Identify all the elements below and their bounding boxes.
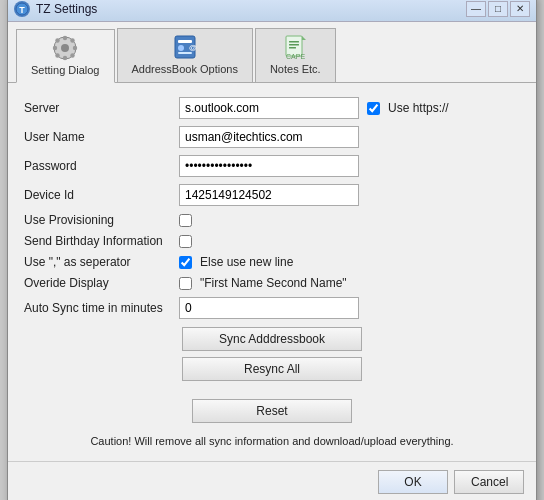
use-https-label: Use https:// bbox=[388, 101, 449, 115]
use-https-checkbox[interactable] bbox=[367, 102, 380, 115]
titlebar-left: T TZ Settings bbox=[14, 1, 97, 17]
cancel-button[interactable]: Cancel bbox=[454, 470, 524, 494]
else-newline-checkbox[interactable] bbox=[179, 256, 192, 269]
app-icon: T bbox=[14, 1, 30, 17]
send-birthday-row: Send Birthday Information bbox=[24, 234, 520, 248]
tab-setting-dialog-label: Setting Dialog bbox=[31, 64, 100, 76]
server-label: Server bbox=[24, 101, 179, 115]
use-https-row: Use https:// bbox=[367, 101, 449, 115]
first-name-checkbox[interactable] bbox=[179, 277, 192, 290]
svg-text:CAPE: CAPE bbox=[286, 53, 305, 60]
send-birthday-label: Send Birthday Information bbox=[24, 234, 179, 248]
svg-point-6 bbox=[53, 46, 57, 50]
maximize-button[interactable]: □ bbox=[488, 1, 508, 17]
sync-addressbook-button[interactable]: Sync Adddressbook bbox=[182, 327, 362, 351]
svg-point-3 bbox=[61, 44, 69, 52]
send-birthday-checkbox[interactable] bbox=[179, 235, 192, 248]
svg-rect-18 bbox=[289, 41, 299, 43]
first-name-row: "First Name Second Name" bbox=[179, 276, 347, 290]
addressbook-icon: @ bbox=[171, 33, 199, 61]
svg-rect-19 bbox=[289, 44, 299, 46]
device-id-row: Device Id bbox=[24, 184, 520, 206]
separator-row: Use "," as seperator Else use new line bbox=[24, 255, 520, 269]
tab-bar: Setting Dialog @ AddressBook Options bbox=[8, 22, 536, 83]
tab-addressbook-options[interactable]: @ AddressBook Options bbox=[117, 28, 253, 82]
center-btn-row: Sync Adddressbook Resync All bbox=[24, 327, 520, 381]
svg-point-9 bbox=[71, 53, 75, 57]
svg-point-8 bbox=[56, 38, 60, 42]
titlebar-controls: — □ ✕ bbox=[466, 1, 530, 17]
use-provisioning-label: Use Provisioning bbox=[24, 213, 179, 227]
svg-point-10 bbox=[71, 38, 75, 42]
password-input[interactable] bbox=[179, 155, 359, 177]
reset-section: Reset Caution! Will remove all sync info… bbox=[24, 391, 520, 447]
svg-point-14 bbox=[178, 45, 184, 51]
caution-text: Caution! Will remove all sync informatio… bbox=[90, 435, 453, 447]
password-label: Password bbox=[24, 159, 179, 173]
ok-button[interactable]: OK bbox=[378, 470, 448, 494]
override-display-row: Overide Display "First Name Second Name" bbox=[24, 276, 520, 290]
minimize-button[interactable]: — bbox=[466, 1, 486, 17]
main-window: T TZ Settings — □ ✕ bbox=[7, 0, 537, 500]
setting-dialog-icon bbox=[51, 34, 79, 62]
tab-setting-dialog[interactable]: Setting Dialog bbox=[16, 29, 115, 83]
device-id-label: Device Id bbox=[24, 188, 179, 202]
password-row: Password bbox=[24, 155, 520, 177]
username-label: User Name bbox=[24, 130, 179, 144]
tab-notes-label: Notes Etc. bbox=[270, 63, 321, 75]
use-provisioning-checkbox[interactable] bbox=[179, 214, 192, 227]
else-newline-row: Else use new line bbox=[179, 255, 293, 269]
auto-sync-label: Auto Sync time in minutes bbox=[24, 301, 179, 315]
username-input[interactable] bbox=[179, 126, 359, 148]
svg-text:T: T bbox=[19, 5, 25, 15]
svg-point-5 bbox=[63, 56, 67, 60]
titlebar: T TZ Settings — □ ✕ bbox=[8, 0, 536, 22]
separator-label: Use "," as seperator bbox=[24, 255, 179, 269]
device-id-input[interactable] bbox=[179, 184, 359, 206]
override-display-label: Overide Display bbox=[24, 276, 179, 290]
server-input[interactable] bbox=[179, 97, 359, 119]
content-area: Server Use https:// User Name Password D… bbox=[8, 83, 536, 457]
notes-icon: CAPE bbox=[281, 33, 309, 61]
window-title: TZ Settings bbox=[36, 2, 97, 16]
tab-notes-etc[interactable]: CAPE Notes Etc. bbox=[255, 28, 336, 82]
svg-rect-20 bbox=[289, 47, 296, 49]
svg-point-7 bbox=[73, 46, 77, 50]
close-button[interactable]: ✕ bbox=[510, 1, 530, 17]
svg-text:@: @ bbox=[189, 43, 197, 52]
svg-point-4 bbox=[63, 36, 67, 40]
dialog-buttons: OK Cancel bbox=[8, 461, 536, 500]
else-newline-label: Else use new line bbox=[200, 255, 293, 269]
auto-sync-row: Auto Sync time in minutes bbox=[24, 297, 520, 319]
tab-addressbook-label: AddressBook Options bbox=[132, 63, 238, 75]
username-row: User Name bbox=[24, 126, 520, 148]
auto-sync-input[interactable] bbox=[179, 297, 359, 319]
reset-button[interactable]: Reset bbox=[192, 399, 352, 423]
use-provisioning-row: Use Provisioning bbox=[24, 213, 520, 227]
server-row: Server Use https:// bbox=[24, 97, 520, 119]
resync-all-button[interactable]: Resync All bbox=[182, 357, 362, 381]
svg-point-11 bbox=[56, 53, 60, 57]
first-name-label: "First Name Second Name" bbox=[200, 276, 347, 290]
svg-rect-15 bbox=[178, 52, 192, 54]
